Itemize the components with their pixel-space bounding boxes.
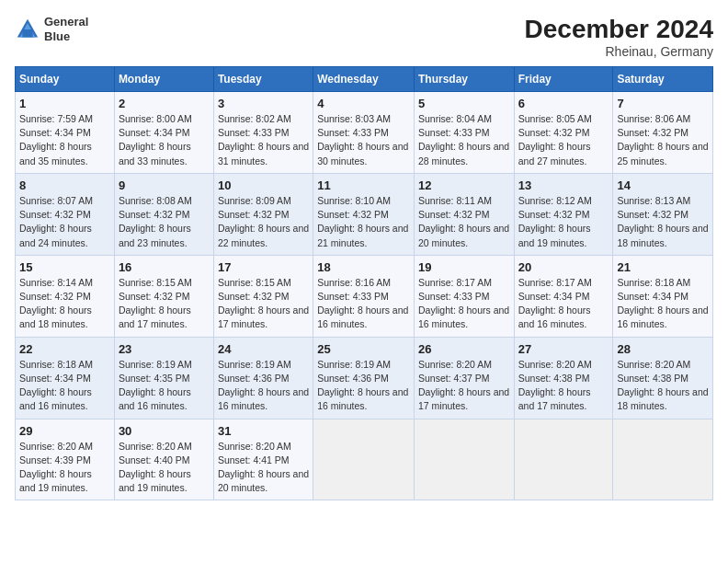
daylight-label: Daylight: 8 hours and 23 minutes. [119,223,191,247]
daylight-label: Daylight: 8 hours and 22 minutes. [218,223,309,247]
table-row: 2 Sunrise: 8:00 AM Sunset: 4:34 PM Dayli… [114,92,213,174]
table-row: 18 Sunrise: 8:16 AM Sunset: 4:33 PM Dayl… [313,255,415,337]
svg-rect-2 [22,29,32,37]
sunset-label: Sunset: 4:33 PM [317,127,389,138]
day-info: Sunrise: 8:18 AM Sunset: 4:34 PM Dayligh… [19,358,110,414]
daylight-label: Daylight: 8 hours and 16 minutes. [19,386,92,411]
sunrise-label: Sunrise: 8:17 AM [418,277,492,288]
table-row: 24 Sunrise: 8:19 AM Sunset: 4:36 PM Dayl… [213,337,313,419]
sunset-label: Sunset: 4:35 PM [119,373,190,384]
calendar-header-row: Sunday Monday Tuesday Wednesday Thursday… [16,67,713,92]
daylight-label: Daylight: 8 hours and 28 minutes. [418,141,509,166]
day-info: Sunrise: 8:00 AM Sunset: 4:34 PM Dayligh… [119,112,210,168]
table-row [613,419,713,500]
day-info: Sunrise: 8:20 AM Sunset: 4:38 PM Dayligh… [518,358,609,414]
day-number: 26 [418,342,510,356]
sunrise-label: Sunrise: 8:03 AM [317,113,391,124]
day-info: Sunrise: 8:07 AM Sunset: 4:32 PM Dayligh… [19,194,110,250]
logo: General Blue [15,15,88,43]
daylight-label: Daylight: 8 hours and 19 minutes. [19,468,92,493]
calendar-week-row: 8 Sunrise: 8:07 AM Sunset: 4:32 PM Dayli… [16,173,713,255]
sunrise-label: Sunrise: 8:10 AM [317,195,391,206]
daylight-label: Daylight: 8 hours and 17 minutes. [418,386,509,411]
day-number: 16 [119,260,210,274]
day-info: Sunrise: 8:03 AM Sunset: 4:33 PM Dayligh… [317,112,410,168]
table-row: 22 Sunrise: 8:18 AM Sunset: 4:34 PM Dayl… [16,337,115,419]
day-number: 25 [317,342,410,356]
daylight-label: Daylight: 8 hours and 16 minutes. [418,304,509,329]
table-row: 21 Sunrise: 8:18 AM Sunset: 4:34 PM Dayl… [613,255,713,337]
calendar-title: December 2024 [525,15,713,44]
daylight-label: Daylight: 8 hours and 18 minutes. [617,223,708,247]
day-number: 17 [218,260,309,274]
sunrise-label: Sunrise: 8:15 AM [218,277,291,288]
calendar-subtitle: Rheinau, Germany [525,44,713,59]
day-number: 24 [218,342,309,356]
day-info: Sunrise: 8:20 AM Sunset: 4:37 PM Dayligh… [418,358,510,414]
logo-line1: General [44,15,88,29]
table-row: 11 Sunrise: 8:10 AM Sunset: 4:32 PM Dayl… [313,173,415,255]
table-row: 31 Sunrise: 8:20 AM Sunset: 4:41 PM Dayl… [213,419,313,500]
day-number: 21 [617,260,709,274]
table-row: 7 Sunrise: 8:06 AM Sunset: 4:32 PM Dayli… [613,92,713,174]
day-info: Sunrise: 8:19 AM Sunset: 4:35 PM Dayligh… [119,358,210,414]
table-row: 10 Sunrise: 8:09 AM Sunset: 4:32 PM Dayl… [213,173,313,255]
sunrise-label: Sunrise: 8:15 AM [119,277,192,288]
daylight-label: Daylight: 8 hours and 18 minutes. [617,386,708,411]
daylight-label: Daylight: 8 hours and 27 minutes. [518,141,591,166]
day-number: 13 [518,178,609,192]
sunset-label: Sunset: 4:33 PM [218,127,290,138]
table-row: 1 Sunrise: 7:59 AM Sunset: 4:34 PM Dayli… [16,92,115,174]
sunset-label: Sunset: 4:32 PM [218,209,290,220]
sunset-label: Sunset: 4:32 PM [119,291,190,302]
sunset-label: Sunset: 4:32 PM [518,127,590,138]
table-row: 28 Sunrise: 8:20 AM Sunset: 4:38 PM Dayl… [613,337,713,419]
day-info: Sunrise: 8:06 AM Sunset: 4:32 PM Dayligh… [617,112,709,168]
sunset-label: Sunset: 4:32 PM [617,127,688,138]
daylight-label: Daylight: 8 hours and 24 minutes. [19,223,92,247]
col-tuesday: Tuesday [213,67,313,92]
sunset-label: Sunset: 4:32 PM [317,209,389,220]
table-row: 25 Sunrise: 8:19 AM Sunset: 4:36 PM Dayl… [313,337,415,419]
daylight-label: Daylight: 8 hours and 31 minutes. [218,141,309,166]
table-row: 4 Sunrise: 8:03 AM Sunset: 4:33 PM Dayli… [313,92,415,174]
table-row [313,419,415,500]
day-info: Sunrise: 8:18 AM Sunset: 4:34 PM Dayligh… [617,276,709,332]
daylight-label: Daylight: 8 hours and 19 minutes. [518,223,591,247]
sunrise-label: Sunrise: 8:16 AM [317,277,391,288]
day-number: 30 [119,424,210,438]
day-info: Sunrise: 8:17 AM Sunset: 4:34 PM Dayligh… [518,276,609,332]
sunset-label: Sunset: 4:34 PM [518,291,590,302]
day-info: Sunrise: 8:05 AM Sunset: 4:32 PM Dayligh… [518,112,609,168]
sunset-label: Sunset: 4:38 PM [518,373,590,384]
col-saturday: Saturday [613,67,713,92]
sunset-label: Sunset: 4:37 PM [418,373,490,384]
calendar-week-row: 22 Sunrise: 8:18 AM Sunset: 4:34 PM Dayl… [16,337,713,419]
col-thursday: Thursday [414,67,514,92]
daylight-label: Daylight: 8 hours and 21 minutes. [317,223,408,247]
day-info: Sunrise: 8:19 AM Sunset: 4:36 PM Dayligh… [218,358,309,414]
daylight-label: Daylight: 8 hours and 16 minutes. [119,386,191,411]
table-row: 16 Sunrise: 8:15 AM Sunset: 4:32 PM Dayl… [114,255,213,337]
sunset-label: Sunset: 4:36 PM [218,373,290,384]
logo-icon [15,17,40,42]
table-row: 12 Sunrise: 8:11 AM Sunset: 4:32 PM Dayl… [414,173,514,255]
sunset-label: Sunset: 4:32 PM [418,209,490,220]
table-row: 27 Sunrise: 8:20 AM Sunset: 4:38 PM Dayl… [514,337,613,419]
sunset-label: Sunset: 4:40 PM [119,454,190,465]
day-info: Sunrise: 8:15 AM Sunset: 4:32 PM Dayligh… [218,276,309,332]
daylight-label: Daylight: 8 hours and 33 minutes. [119,141,191,166]
table-row: 17 Sunrise: 8:15 AM Sunset: 4:32 PM Dayl… [213,255,313,337]
sunset-label: Sunset: 4:39 PM [19,454,91,465]
daylight-label: Daylight: 8 hours and 17 minutes. [218,304,309,329]
day-info: Sunrise: 8:20 AM Sunset: 4:38 PM Dayligh… [617,358,709,414]
sunrise-label: Sunrise: 8:20 AM [19,441,93,452]
table-row: 15 Sunrise: 8:14 AM Sunset: 4:32 PM Dayl… [16,255,115,337]
sunrise-label: Sunrise: 8:08 AM [119,195,192,206]
day-number: 27 [518,342,609,356]
daylight-label: Daylight: 8 hours and 19 minutes. [119,468,191,493]
day-number: 14 [617,178,709,192]
table-row: 14 Sunrise: 8:13 AM Sunset: 4:32 PM Dayl… [613,173,713,255]
daylight-label: Daylight: 8 hours and 20 minutes. [218,468,309,493]
daylight-label: Daylight: 8 hours and 17 minutes. [518,386,591,411]
